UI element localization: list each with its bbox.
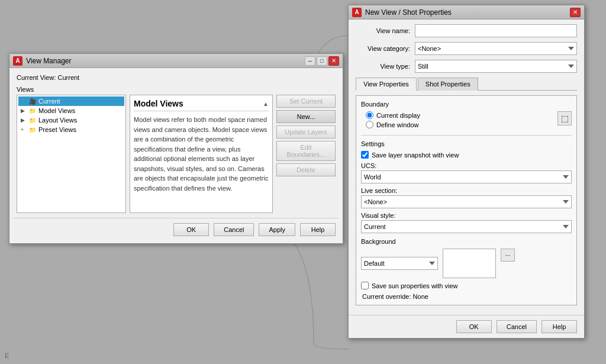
view-type-row: View type: Still	[356, 60, 577, 73]
view-manager-window: A View Manager ─ □ ✕ Current View: Curre…	[9, 53, 343, 244]
define-window-label: Define window	[376, 121, 419, 128]
view-category-select[interactable]: <None>	[415, 42, 577, 55]
view-type-label: View type:	[356, 63, 415, 70]
define-window-row: Define window	[366, 121, 420, 128]
current-display-row: Current display	[366, 111, 420, 119]
info-title: Model Views	[134, 99, 183, 108]
minimize-button[interactable]: ─	[305, 56, 315, 66]
background-title: Background	[361, 238, 572, 245]
ucs-select[interactable]: World	[361, 170, 572, 183]
folder-icon: 📁	[29, 117, 36, 124]
delete-button[interactable]: Delete	[276, 163, 336, 176]
live-section-select[interactable]: <None>	[361, 195, 572, 208]
view-type-select[interactable]: Still	[415, 60, 577, 73]
view-name-input[interactable]	[415, 24, 577, 37]
background-row: Default ···	[361, 249, 572, 278]
current-display-label: Current display	[376, 112, 420, 119]
info-body: Model views refer to both model space na…	[134, 115, 269, 193]
live-section-row: Live section: <None>	[361, 187, 572, 208]
dialog-footer: OK Cancel Apply Help	[14, 218, 338, 239]
settings-section: Settings Save layer snapshot with view U…	[361, 140, 572, 233]
ok-button[interactable]: OK	[173, 223, 209, 236]
current-view-header: Current View: Current	[14, 73, 338, 82]
tab-view-properties[interactable]: View Properties	[356, 78, 417, 91]
ucs-row: UCS: World	[361, 162, 572, 183]
boundary-title: Boundary	[361, 101, 572, 108]
view-category-label: View category:	[356, 45, 415, 52]
tab-shot-properties[interactable]: Shot Properties	[418, 78, 478, 91]
collapse-icon[interactable]: ▲	[263, 101, 269, 107]
views-tree[interactable]: 🎥 Current ▶ 📁 Model Views ▶ 📁 Layout Vie…	[17, 95, 126, 213]
visual-style-label: Visual style:	[361, 212, 572, 219]
current-override-text: Current override: None	[361, 293, 572, 300]
view-name-label: View name:	[356, 27, 415, 34]
new-view-titlebar[interactable]: A New View / Shot Properties ✕	[349, 5, 584, 20]
edit-boundaries-button[interactable]: Edit Boundaries...	[276, 141, 336, 161]
help-button[interactable]: Help	[300, 223, 336, 236]
new-view-title: New View / Shot Properties	[365, 8, 570, 17]
folder-icon: 📁	[29, 108, 36, 114]
app-icon: A	[352, 8, 362, 17]
views-label: Views	[14, 86, 338, 93]
new-view-window: A New View / Shot Properties ✕ View name…	[348, 5, 585, 339]
ok-button[interactable]: OK	[456, 320, 492, 333]
new-view-content: View name: View category: <None> View ty…	[349, 20, 584, 310]
save-layer-snapshot-checkbox[interactable]	[361, 151, 369, 159]
properties-panel: Boundary Current display Define window ⬚	[356, 95, 577, 305]
view-manager-title: View Manager	[26, 57, 305, 65]
close-button[interactable]: ✕	[328, 56, 339, 66]
camera-icon: 🎥	[29, 98, 36, 105]
visual-style-select[interactable]: Current	[361, 220, 572, 233]
update-layers-button[interactable]: Update Layers	[276, 125, 336, 138]
define-window-radio[interactable]	[366, 121, 373, 128]
save-sun-properties-label: Save sun properties with view	[372, 282, 458, 289]
view-category-row: View category: <None>	[356, 42, 577, 55]
expander: ▶	[21, 108, 28, 114]
background-select[interactable]: Default	[361, 257, 438, 270]
info-panel: Model Views ▲ Model views refer to both …	[130, 95, 273, 213]
radio-group: Current display Define window	[361, 111, 420, 130]
action-buttons: Set Current New... Update Layers Edit Bo…	[276, 95, 336, 213]
current-display-radio[interactable]	[366, 111, 373, 119]
view-name-row: View name:	[356, 24, 577, 37]
boundary-options: Current display Define window ⬚	[361, 111, 572, 133]
tab-bar: View Properties Shot Properties	[356, 78, 577, 91]
help-button[interactable]: Help	[541, 320, 577, 333]
tree-item-layout-views[interactable]: ▶ 📁 Layout Views	[18, 115, 124, 125]
save-layer-snapshot-row: Save layer snapshot with view	[361, 151, 572, 159]
app-icon: A	[13, 56, 22, 66]
save-sun-properties-row: Save sun properties with view	[361, 282, 572, 289]
background-preview	[443, 249, 496, 278]
close-button[interactable]: ✕	[570, 8, 581, 17]
tree-item-current[interactable]: 🎥 Current	[18, 96, 124, 106]
settings-title: Settings	[361, 140, 572, 147]
view-manager-titlebar[interactable]: A View Manager ─ □ ✕	[9, 54, 343, 68]
ucs-label: UCS:	[361, 162, 572, 169]
live-section-label: Live section:	[361, 187, 572, 194]
tree-item-preset-views[interactable]: + 📁 Preset Views	[18, 125, 124, 134]
tree-item-model-views[interactable]: ▶ 📁 Model Views	[18, 106, 124, 115]
set-current-button[interactable]: Set Current	[276, 95, 336, 108]
folder-icon: 📁	[29, 127, 36, 133]
save-sun-properties-checkbox[interactable]	[361, 282, 369, 289]
apply-button[interactable]: Apply	[259, 223, 295, 236]
sun-options: Save sun properties with view Current ov…	[361, 282, 572, 300]
maximize-button[interactable]: □	[317, 56, 327, 66]
cancel-button[interactable]: Cancel	[214, 223, 254, 236]
visual-style-row: Visual style: Current	[361, 212, 572, 233]
background-section: Background Default ··· Save sun properti…	[361, 238, 572, 300]
page-label: E	[5, 352, 9, 359]
define-window-button[interactable]: ⬚	[557, 111, 572, 125]
cancel-button[interactable]: Cancel	[497, 320, 537, 333]
save-layer-snapshot-label: Save layer snapshot with view	[372, 152, 459, 159]
background-options-button[interactable]: ···	[501, 249, 515, 262]
new-view-footer: OK Cancel Help	[349, 315, 584, 338]
new-button[interactable]: New...	[276, 110, 336, 123]
expander: ▶	[21, 117, 28, 123]
expander: +	[21, 127, 28, 133]
